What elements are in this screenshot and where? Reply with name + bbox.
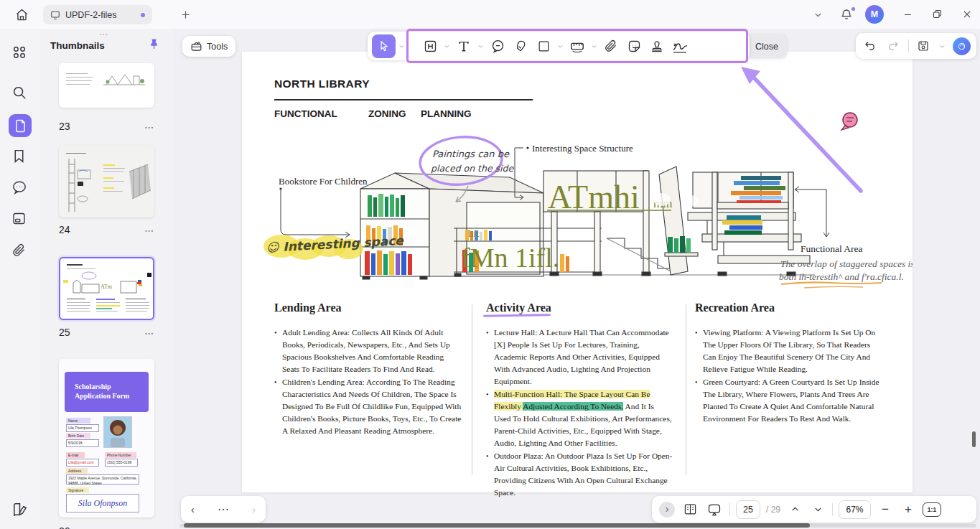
select-tool-button-active[interactable] <box>372 34 396 58</box>
svg-text:placed on the side: placed on the side <box>431 163 514 174</box>
view-controls-bar: 25 / 29 67% − + 1:1 <box>652 496 976 523</box>
pin-panel-button[interactable] <box>148 38 161 51</box>
form-phone-label: Phone Number <box>105 452 136 458</box>
marker-pen-icon <box>513 39 528 53</box>
title-bar: UPDF-2-files M <box>0 0 980 29</box>
restore-icon <box>932 9 943 19</box>
square-shape-icon <box>537 39 551 53</box>
measure-tool-dropdown[interactable] <box>589 43 599 50</box>
page-number-input[interactable]: 25 <box>736 500 760 519</box>
horizontal-scrollbar-thumb[interactable] <box>184 523 810 528</box>
scrub-menu-button[interactable]: ⋯ <box>218 502 229 516</box>
highlight-tool-button[interactable] <box>419 34 441 58</box>
thumbnail-menu-button[interactable]: ⋯ <box>144 328 154 339</box>
green-highlight[interactable]: Adjusted According To Needs, <box>523 402 623 411</box>
thumbnail-page-23[interactable] <box>59 63 154 108</box>
chevron-down-icon <box>939 43 946 50</box>
signature-icon <box>671 37 689 55</box>
ruler-icon <box>569 38 585 54</box>
grid-icon <box>11 45 27 60</box>
save-dropdown[interactable] <box>938 37 947 55</box>
comments-button[interactable] <box>11 179 29 197</box>
highlight-tool-dropdown[interactable] <box>442 43 452 50</box>
text-tool-dropdown[interactable] <box>476 43 485 50</box>
user-avatar[interactable]: M <box>865 5 884 24</box>
thumbnail-number: 26 <box>59 525 70 529</box>
measure-tool-button[interactable] <box>566 34 588 58</box>
home-button[interactable] <box>13 6 30 23</box>
tab-title: UPDF-2-files <box>65 10 136 20</box>
scrub-prev-button[interactable]: ‹ <box>191 504 195 515</box>
reading-mode-button[interactable] <box>681 500 699 519</box>
zoom-out-button[interactable]: − <box>877 501 894 518</box>
thumbnail-page-24[interactable] <box>59 146 154 217</box>
editor-mode-button[interactable] <box>11 501 29 518</box>
zoom-in-button[interactable]: + <box>900 501 917 518</box>
stamp-tool-button[interactable] <box>646 34 668 58</box>
page-scrub-bar: ‹ ⋯ › <box>181 496 266 523</box>
bullet-item: Green Courtyard: A Green Courtyard Is Se… <box>695 376 880 425</box>
screen-icon <box>50 10 60 20</box>
save-button[interactable] <box>915 37 932 55</box>
thumbnails-panel-button-active[interactable] <box>9 114 32 137</box>
shape-tool-button[interactable] <box>533 34 554 58</box>
comment-tool-button[interactable] <box>487 34 508 58</box>
thumbnail-number: 23 <box>59 121 70 132</box>
thumbnails-panel-title: Thumbnails <box>50 40 105 51</box>
minimize-button[interactable] <box>900 8 915 21</box>
tools-button[interactable]: Tools <box>182 36 235 57</box>
shape-tool-dropdown[interactable] <box>556 43 565 50</box>
panel-drag-handle[interactable]: ⋯ <box>99 29 109 39</box>
chevron-up-icon <box>790 505 800 514</box>
text-tool-button[interactable] <box>453 34 475 58</box>
form-signature-value: Sila Ofonpson <box>66 494 139 512</box>
home-icon <box>15 8 29 22</box>
attachments-button[interactable] <box>11 243 29 260</box>
print-view-button[interactable] <box>11 211 29 228</box>
previous-page-button[interactable] <box>786 501 803 518</box>
undo-button[interactable] <box>862 37 879 55</box>
next-page-button[interactable] <box>809 501 826 518</box>
svg-text:Functional Area: Functional Area <box>801 243 863 254</box>
page-icon <box>14 119 27 133</box>
chevron-down-icon <box>813 505 823 514</box>
redo-button[interactable] <box>885 37 902 55</box>
form-name-value: Lila Thompson <box>66 424 99 432</box>
select-tool-dropdown[interactable] <box>397 43 406 50</box>
actual-size-button[interactable]: 1:1 <box>923 502 941 517</box>
printer-icon <box>11 211 27 226</box>
thumbnail-page-25-selected[interactable]: ATm <box>59 257 154 320</box>
zoom-level-input[interactable]: 67% <box>839 500 871 519</box>
restore-button[interactable] <box>930 6 944 21</box>
notification-dot <box>851 7 855 11</box>
activity-area-column: Activity Area Lecture Hall: A Lecture Ha… <box>486 301 673 500</box>
thumbnail-menu-button[interactable]: ⋯ <box>144 225 154 236</box>
new-tab-button[interactable] <box>178 7 192 22</box>
ai-assistant-button[interactable] <box>953 37 971 55</box>
svg-text:ATm: ATm <box>101 284 113 290</box>
thumbnail-page-26[interactable]: Scholarship Application Form Name Lila T… <box>59 359 154 518</box>
search-button[interactable] <box>11 85 29 102</box>
tabs-dropdown-button[interactable] <box>811 9 824 20</box>
sticker-tool-button[interactable] <box>623 34 645 58</box>
attachment-tool-button[interactable] <box>600 34 622 58</box>
grid-menu-button[interactable] <box>11 45 29 62</box>
signature-tool-button[interactable] <box>669 34 691 58</box>
form-title: Scholarship Application Form <box>65 372 149 412</box>
presentation-button[interactable] <box>705 500 724 519</box>
close-icon <box>962 9 972 19</box>
comment-marker[interactable] <box>841 113 857 130</box>
highlight-icon <box>423 39 438 54</box>
close-window-button[interactable] <box>960 7 974 22</box>
svg-text:The overlap of staggered space: The overlap of staggered spaces is <box>780 258 913 269</box>
form-photo <box>103 416 132 448</box>
close-annotate-button[interactable]: Close <box>747 34 787 58</box>
scrub-next-button[interactable]: › <box>252 504 256 515</box>
vertical-scrollbar-thumb[interactable] <box>972 431 976 447</box>
document-tab[interactable]: UPDF-2-files <box>43 5 152 24</box>
form-birth-value: 5/9/2018 <box>66 439 99 447</box>
expand-bar-button[interactable] <box>659 502 675 518</box>
bookmarks-button[interactable] <box>11 149 29 166</box>
thumbnail-menu-button[interactable]: ⋯ <box>144 122 154 133</box>
pen-tool-button[interactable] <box>510 34 531 58</box>
